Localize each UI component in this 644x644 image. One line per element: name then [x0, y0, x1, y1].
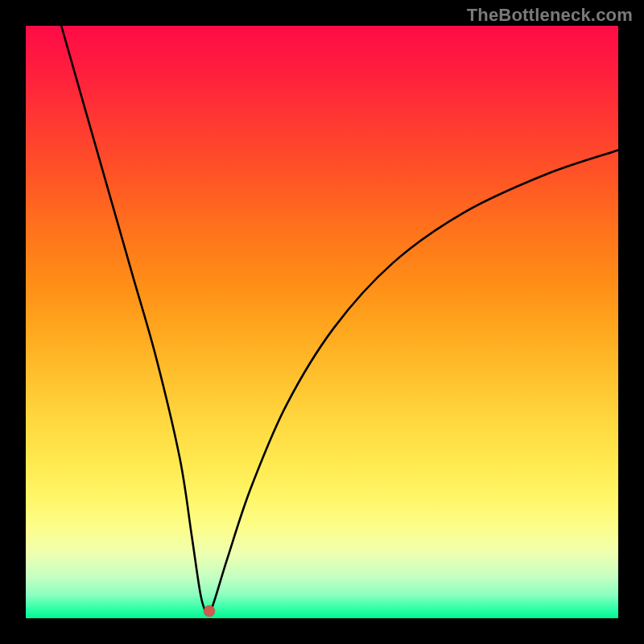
bottleneck-marker-dot [204, 605, 215, 617]
plot-area [26, 26, 618, 618]
bottleneck-curve [26, 26, 618, 618]
watermark-text: TheBottleneck.com [467, 5, 633, 26]
chart-container: { "watermark": "TheBottleneck.com", "col… [0, 0, 644, 644]
